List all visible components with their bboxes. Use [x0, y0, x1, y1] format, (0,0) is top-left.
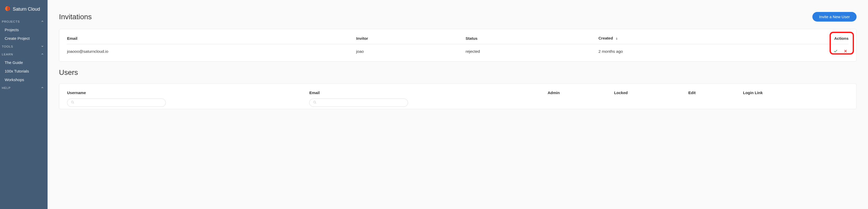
chevron-down-icon [41, 45, 44, 48]
invitations-title: Invitations [59, 13, 92, 21]
chevron-up-icon [41, 86, 44, 90]
approve-invitation-button[interactable] [832, 48, 839, 55]
svg-point-3 [71, 101, 73, 103]
col-header-edit: Edit [688, 90, 743, 98]
search-icon [313, 100, 316, 105]
check-icon [833, 50, 838, 54]
search-icon [71, 100, 74, 105]
sidebar-section-learn[interactable]: LEARN [0, 51, 48, 58]
sidebar-section-label: PROJECTS [2, 20, 20, 23]
x-icon [844, 50, 847, 54]
sidebar-section-label: TOOLS [2, 45, 13, 48]
cell-created: 2 months ago [598, 44, 771, 56]
sidebar-item-100x-tutorials[interactable]: 100x Tutorials [0, 67, 48, 76]
reject-invitation-button[interactable] [842, 48, 848, 55]
invitations-table: Email Invitor Status Created Actions joa… [67, 36, 848, 56]
email-filter-input[interactable] [319, 100, 404, 105]
invitations-card: Email Invitor Status Created Actions joa… [59, 29, 857, 62]
chevron-up-icon [41, 20, 44, 23]
sidebar-section-label: HELP [2, 86, 11, 89]
sort-desc-icon [615, 36, 618, 41]
brand-name: Saturn Cloud [13, 6, 40, 12]
main-content: Invitations Invite a New User Email Invi… [48, 0, 868, 209]
col-header-actions: Actions [770, 36, 848, 44]
username-filter[interactable] [67, 98, 166, 107]
username-filter-input[interactable] [76, 100, 162, 105]
sidebar-section-help[interactable]: HELP [0, 84, 48, 92]
invitation-row: joaooo@saturncloud.io joao rejected 2 mo… [67, 44, 848, 56]
col-header-locked[interactable]: Locked [614, 90, 688, 98]
sidebar-section-tools[interactable]: TOOLS [0, 42, 48, 51]
col-header-admin[interactable]: Admin [548, 90, 614, 98]
invite-new-user-button[interactable]: Invite a New User [812, 12, 857, 22]
sidebar-item-projects[interactable]: Projects [0, 26, 48, 34]
users-table: Username Email Admin Locked Edit Login L… [67, 90, 848, 107]
cell-actions [770, 44, 848, 56]
cell-invitor: joao [356, 44, 466, 56]
col-header-login-link: Login Link [743, 90, 848, 98]
cell-status: rejected [466, 44, 598, 56]
col-header-created[interactable]: Created [598, 36, 771, 44]
svg-line-6 [315, 103, 316, 103]
cell-email: joaooo@saturncloud.io [67, 44, 356, 56]
sidebar-section-projects[interactable]: PROJECTS [0, 18, 48, 26]
sidebar-item-create-project[interactable]: Create Project [0, 34, 48, 42]
col-header-email[interactable]: Email [67, 36, 356, 44]
sidebar-item-the-guide[interactable]: The Guide [0, 58, 48, 67]
sidebar-section-label: LEARN [2, 53, 13, 56]
svg-line-4 [73, 103, 74, 103]
users-card: Username Email Admin Locked Edit Login L… [59, 84, 857, 109]
col-header-username[interactable]: Username [67, 90, 309, 98]
sidebar: Saturn Cloud PROJECTS Projects Create Pr… [0, 0, 48, 209]
email-filter[interactable] [309, 98, 408, 107]
col-header-email[interactable]: Email [309, 90, 548, 98]
col-header-invitor[interactable]: Invitor [356, 36, 466, 44]
invitations-header-row: Invitations Invite a New User [59, 12, 857, 22]
sidebar-item-workshops[interactable]: Workshops [0, 76, 48, 84]
brand-logo-icon [5, 6, 10, 12]
chevron-up-icon [41, 53, 44, 56]
brand: Saturn Cloud [0, 6, 48, 18]
users-title: Users [59, 68, 857, 77]
svg-point-5 [314, 101, 316, 103]
col-header-status[interactable]: Status [466, 36, 598, 44]
